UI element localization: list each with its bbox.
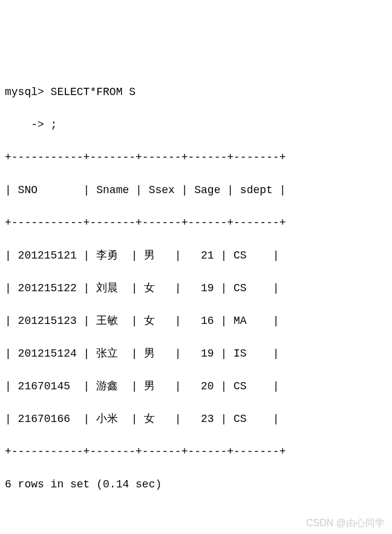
sql-query-line: -> ;	[5, 117, 387, 133]
table-row: | 21670145 | 游鑫 | 男 | 20 | CS |	[5, 378, 387, 395]
table-border: +-----------+-------+------+------+-----…	[5, 150, 387, 166]
table-header: | SNO | Sname | Ssex | Sage | sdept |	[5, 182, 387, 199]
terminal-output: mysql> SELECT*FROM S -> ; +-----------+-…	[5, 68, 387, 534]
table-border: +-----------+-------+------+------+-----…	[5, 444, 387, 460]
table-row: | 201215123 | 王敏 | 女 | 16 | MA |	[5, 313, 387, 329]
sql-query-line: mysql> SELECT*FROM S	[5, 84, 387, 101]
result-summary: 6 rows in set (0.14 sec)	[5, 476, 387, 493]
watermark-text: CSDN @由心同学	[306, 516, 385, 530]
table-row: | 201215122 | 刘晨 | 女 | 19 | CS |	[5, 280, 387, 297]
table-row: | 201215124 | 张立 | 男 | 19 | IS |	[5, 346, 387, 362]
table-border: +-----------+-------+------+------+-----…	[5, 215, 387, 231]
table-row: | 201215121 | 李勇 | 男 | 21 | CS |	[5, 248, 387, 264]
table-row: | 21670166 | 小米 | 女 | 23 | CS |	[5, 411, 387, 427]
